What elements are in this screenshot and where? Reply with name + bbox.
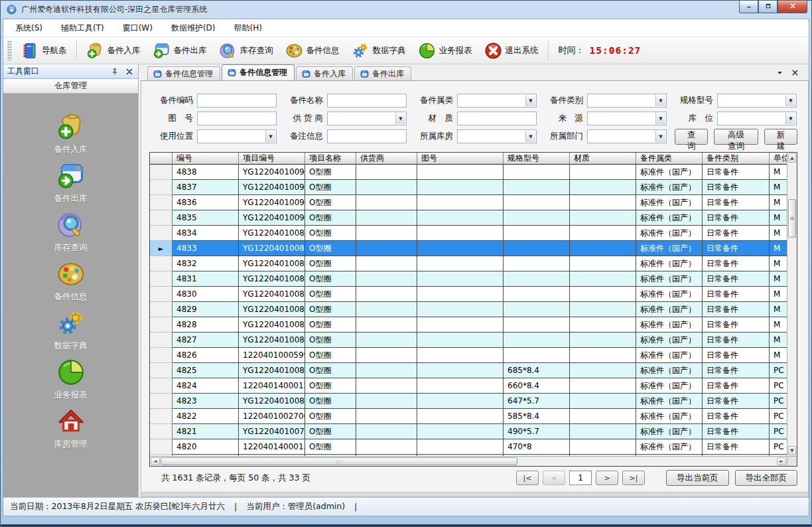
- sidebar-item-stock-query[interactable]: 库存查询: [54, 210, 88, 254]
- column-header-9[interactable]: 备件类别: [703, 153, 770, 165]
- sidebar-item-report[interactable]: 业务报表: [54, 358, 88, 401]
- new-button[interactable]: 新建: [764, 129, 797, 145]
- table-row[interactable]: 48201220401400013O型圈470*8标准件（国产）日常备件PC: [150, 439, 787, 455]
- row-selector-cell[interactable]: [150, 195, 172, 210]
- table-row[interactable]: 4821YG12204010079O型圈490*5.7标准件（国产）日常备件PC: [150, 424, 787, 439]
- page-prev-button[interactable]: <: [543, 471, 565, 485]
- menu-system[interactable]: 系统(S): [6, 19, 52, 37]
- row-selector-cell[interactable]: [150, 226, 172, 241]
- close-x-icon[interactable]: [125, 67, 134, 76]
- toolbar-navbar-button[interactable]: 导航条: [15, 40, 73, 61]
- scroll-down-icon[interactable]: ▼: [788, 446, 796, 455]
- row-selector-cell[interactable]: [150, 333, 172, 348]
- field-material-input[interactable]: [457, 112, 537, 125]
- row-selector-cell[interactable]: [150, 302, 172, 317]
- close-x-icon[interactable]: [791, 68, 799, 77]
- toolbar-exit-button[interactable]: 退出系统: [478, 40, 545, 61]
- tab-1[interactable]: 备件信息管理: [147, 66, 220, 80]
- table-row[interactable]: 4835YG12204010090O型圈标准件（国产）日常备件M: [150, 210, 787, 226]
- column-header-4[interactable]: 供货商: [356, 153, 417, 165]
- toolbar-parts-info-button[interactable]: 备件信息: [279, 40, 346, 61]
- field-part-code-input[interactable]: [197, 94, 277, 108]
- toolbar-parts-in-button[interactable]: 备件入库: [80, 40, 147, 61]
- column-header-2[interactable]: 项目编号: [239, 153, 305, 165]
- row-selector-cell[interactable]: [150, 287, 172, 302]
- close-button[interactable]: [778, 1, 807, 13]
- field-remark-input[interactable]: [327, 129, 407, 143]
- table-row[interactable]: 4830YG12204010085O型圈标准件（国产）日常备件M: [150, 287, 787, 302]
- tab-2-active[interactable]: 备件信息管理: [222, 64, 295, 80]
- row-selector-cell[interactable]: [150, 363, 172, 378]
- sidebar-item-parts-in[interactable]: 备件入库: [54, 112, 88, 155]
- table-row[interactable]: 4837YG12204010092O型圈标准件（国产）日常备件M: [150, 180, 787, 195]
- tab-3[interactable]: 备件入库: [296, 66, 353, 80]
- sidebar-item-parts-info[interactable]: 备件信息: [54, 260, 88, 303]
- advanced-query-button[interactable]: 高级查询: [714, 129, 759, 145]
- row-selector-cell[interactable]: [150, 409, 172, 424]
- scroll-right-icon[interactable]: ►: [777, 457, 786, 465]
- menu-data-maintain[interactable]: 数据维护(D): [162, 19, 225, 37]
- toolbar-report-button[interactable]: 业务报表: [412, 40, 478, 61]
- column-header-3[interactable]: 项目名称: [305, 153, 356, 165]
- menu-help[interactable]: 帮助(H): [225, 19, 271, 37]
- table-row[interactable]: 4832YG12204010087O型圈标准件（国产）日常备件M: [150, 256, 787, 271]
- tab-4[interactable]: 备件出库: [354, 66, 411, 80]
- row-selector-cell[interactable]: ►: [150, 241, 172, 256]
- toolbar-grip-handle[interactable]: [7, 40, 12, 60]
- row-selector-cell[interactable]: [150, 394, 172, 409]
- menu-window[interactable]: 窗口(W): [113, 19, 162, 37]
- field-part-name-input[interactable]: [327, 94, 407, 108]
- horizontal-scroll-thumb[interactable]: [161, 457, 517, 465]
- toolbar-stock-query-button[interactable]: 库存查询: [213, 40, 279, 61]
- export-current-page-button[interactable]: 导出当前页: [666, 470, 729, 486]
- toolbar-data-dict-button[interactable]: 数据字典: [346, 40, 412, 61]
- table-row[interactable]: 4831YG12204010086O型圈标准件（国产）日常备件M: [150, 271, 787, 287]
- row-selector-cell[interactable]: [150, 378, 172, 394]
- row-selector-cell[interactable]: [150, 348, 172, 363]
- field-location-select[interactable]: ▼: [717, 112, 797, 125]
- sidebar-item-warehouse[interactable]: 库房管理: [54, 407, 88, 450]
- page-last-button[interactable]: >|: [622, 471, 645, 485]
- table-row[interactable]: 48261220401000599O型圈标准件（国产）日常备件M: [150, 348, 787, 363]
- horizontal-scrollbar[interactable]: ◄ ►: [150, 456, 787, 466]
- field-department-select[interactable]: ▼: [587, 129, 667, 143]
- field-supplier-select[interactable]: ▼: [327, 112, 407, 125]
- field-spec-select[interactable]: ▼: [717, 94, 797, 108]
- row-selector-cell[interactable]: [150, 256, 172, 271]
- vertical-scroll-thumb[interactable]: [788, 199, 796, 238]
- column-header-8[interactable]: 备件属类: [636, 153, 703, 165]
- row-selector-cell[interactable]: [150, 180, 172, 195]
- pin-icon[interactable]: [110, 67, 119, 76]
- page-first-button[interactable]: |<: [516, 471, 539, 485]
- minimize-button[interactable]: [739, 1, 758, 13]
- query-button[interactable]: 查询: [675, 129, 708, 145]
- scroll-up-icon[interactable]: ▲: [788, 153, 796, 163]
- column-header-10[interactable]: 单位: [770, 153, 787, 165]
- column-header-1[interactable]: 编号: [172, 153, 239, 165]
- row-selector-cell[interactable]: [150, 317, 172, 333]
- menu-tools[interactable]: 辅助工具(T): [52, 19, 113, 37]
- field-source-select[interactable]: ▼: [587, 112, 667, 125]
- row-selector-cell[interactable]: [150, 439, 172, 455]
- table-row[interactable]: 4825YG12204010081O型圈685*8.4标准件（国产）日常备件PC: [150, 363, 787, 378]
- table-row[interactable]: 4828YG12204010083O型圈标准件（国产）日常备件M: [150, 317, 787, 333]
- table-row[interactable]: 4827YG12204010082O型圈标准件（国产）日常备件M: [150, 333, 787, 348]
- export-all-pages-button[interactable]: 导出全部页: [735, 470, 798, 486]
- field-warehouse-select[interactable]: ▼: [457, 129, 537, 143]
- table-row[interactable]: 48221220401002700O型圈585*8.4标准件（国产）日常备件PC: [150, 409, 787, 424]
- table-row[interactable]: 48241220401400012O型圈660*8.4标准件（国产）日常备件PC: [150, 378, 787, 394]
- toolbar-parts-out-button[interactable]: 备件出库: [147, 40, 213, 61]
- column-header-7[interactable]: 材质: [570, 153, 636, 165]
- maximize-button[interactable]: [758, 1, 778, 13]
- row-selector-cell[interactable]: [150, 424, 172, 439]
- column-header-5[interactable]: 图号: [417, 153, 504, 165]
- row-selector-cell[interactable]: [150, 165, 172, 180]
- column-header-6[interactable]: 规格型号: [504, 153, 570, 165]
- sidebar-group-header[interactable]: 仓库管理: [3, 79, 138, 94]
- table-row[interactable]: 4834YG12204010089O型圈标准件（国产）日常备件M: [150, 226, 787, 241]
- field-use-position-select[interactable]: ▼: [197, 129, 277, 143]
- field-figure-no-input[interactable]: [197, 112, 277, 125]
- table-row[interactable]: 4823YG12204010080O型圈647*5.7标准件（国产）日常备件PC: [150, 394, 787, 409]
- field-part-category-select[interactable]: ▼: [457, 94, 537, 108]
- row-selector-cell[interactable]: [150, 271, 172, 287]
